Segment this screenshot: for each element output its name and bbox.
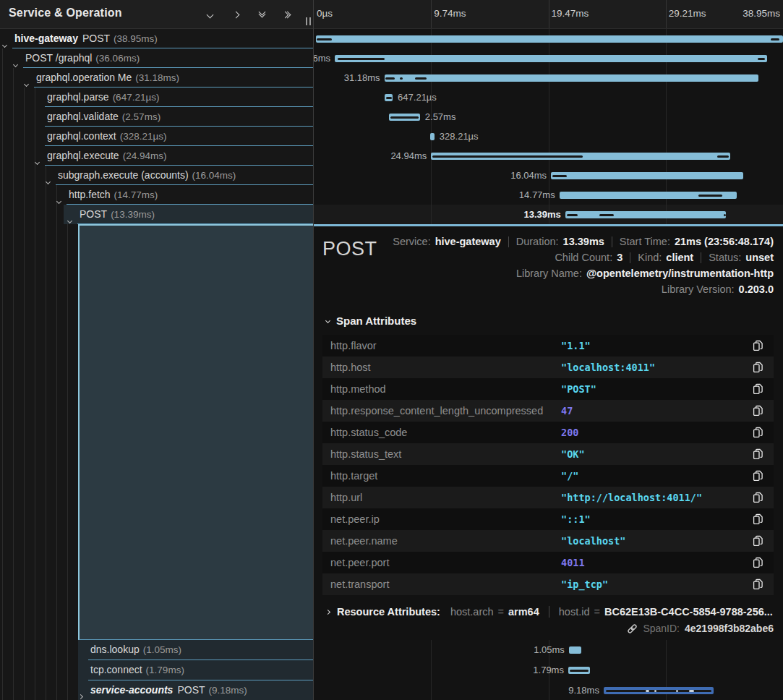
bar-child-mark: [432, 155, 583, 158]
span-tree-row[interactable]: graphql.validate(2.57ms): [0, 107, 314, 127]
span-duration-bar[interactable]: [565, 211, 726, 218]
span-duration-bar[interactable]: [569, 646, 581, 654]
span-duration-bar[interactable]: [430, 133, 434, 140]
span-name-label: subgraph.execute (accounts)(16.04ms): [58, 169, 236, 181]
span-name-label: graphql.validate(2.57ms): [47, 111, 161, 122]
span-bar-row[interactable]: 647.21µs: [314, 88, 783, 107]
copy-icon[interactable]: [753, 383, 764, 395]
attribute-row: http.host"localhost:4011": [322, 357, 774, 378]
span-tree-row[interactable]: service-accountsPOST(9.18ms): [0, 680, 314, 700]
copy-icon[interactable]: [753, 448, 764, 460]
span-id-label: SpanID:: [643, 623, 680, 634]
bar-duration-label: 31.18ms: [344, 72, 380, 83]
bar-child-mark: [606, 690, 712, 692]
span-tree-row[interactable]: http.fetch(14.77ms): [0, 185, 314, 205]
tree-header-icons: [205, 0, 293, 29]
resource-key: host.id: [559, 606, 590, 618]
resource-key: host.arch: [450, 606, 494, 618]
span-bar-row[interactable]: 9.18ms: [314, 680, 783, 700]
timeline-gridline: [431, 166, 432, 185]
chevron-down-icon[interactable]: [68, 213, 72, 226]
attribute-key: http.host: [330, 362, 371, 373]
ruler-tick-label: 0µs: [317, 8, 333, 19]
collapse-all-icon[interactable]: [257, 9, 267, 20]
chevron-right-icon[interactable]: [79, 688, 82, 700]
bar-child-mark: [646, 690, 649, 692]
span-duration-bar[interactable]: [316, 35, 783, 43]
span-tree-row[interactable]: POST(13.39ms): [0, 205, 314, 224]
span-tree-row[interactable]: POST /graphql(36.06ms): [0, 48, 314, 68]
span-tree-row[interactable]: graphql.context(328.21µs): [0, 127, 314, 146]
span-name-label: graphql.execute(24.94ms): [47, 150, 166, 161]
attribute-value: "OK": [561, 448, 585, 460]
timeline-gridline: [666, 107, 667, 127]
span-name-label: hive-gatewayPOST(38.95ms): [14, 33, 158, 44]
copy-icon[interactable]: [753, 579, 764, 590]
attribute-key: net.peer.ip: [330, 513, 380, 525]
span-tree-row[interactable]: subgraph.execute (accounts)(16.04ms): [0, 166, 314, 185]
copy-icon[interactable]: [753, 362, 764, 373]
bar-child-mark: [415, 77, 427, 80]
span-bar-row[interactable]: 38.95ms: [314, 29, 783, 48]
ruler-tick-label: 29.21ms: [669, 8, 706, 19]
bar-child-mark: [567, 214, 578, 216]
copy-icon[interactable]: [753, 470, 764, 482]
bar-duration-label: 647.21µs: [398, 92, 437, 103]
meta-label: Child Count:: [555, 252, 612, 263]
span-detail-panel: POST Service:hive-gatewayDuration:13.39m…: [314, 224, 783, 640]
span-tree-row[interactable]: hive-gatewayPOST(38.95ms): [0, 29, 314, 48]
span-bar-row[interactable]: 1.05ms: [314, 640, 783, 660]
span-bar-row[interactable]: 13.39ms: [314, 205, 783, 224]
panel-resize-handle[interactable]: [306, 17, 311, 25]
span-duration-bar[interactable]: [551, 172, 743, 179]
detail-meta-line: Library Version:0.203.0: [393, 281, 774, 297]
attribute-value: "http://localhost:4011/": [561, 492, 702, 503]
bar-child-mark: [390, 116, 419, 119]
meta-separator: [508, 236, 509, 247]
meta-label: Duration:: [516, 236, 559, 247]
span-bar-row[interactable]: 16.04ms: [314, 166, 783, 185]
link-icon[interactable]: [627, 623, 638, 634]
copy-icon[interactable]: [753, 492, 764, 503]
span-tree-row[interactable]: tcp.connect(1.79ms): [0, 660, 314, 680]
resource-value: arm64: [508, 606, 539, 618]
span-bar-row[interactable]: 328.21µs: [314, 127, 783, 146]
span-tree-row[interactable]: graphql.operation Me(31.18ms): [0, 68, 314, 88]
attribute-key: http.url: [330, 492, 362, 503]
copy-icon[interactable]: [753, 405, 764, 417]
span-attributes-toggle[interactable]: Span Attributes: [326, 313, 774, 328]
copy-icon[interactable]: [753, 557, 764, 568]
timeline-gridline: [431, 185, 432, 205]
copy-icon[interactable]: [753, 513, 764, 525]
span-bar-row[interactable]: 24.94ms: [314, 146, 783, 166]
copy-icon[interactable]: [753, 427, 764, 438]
span-detail-meta: Service:hive-gatewayDuration:13.39msStar…: [393, 234, 774, 297]
span-tree-row[interactable]: graphql.execute(24.94ms): [0, 146, 314, 166]
ruler-tick-line: [549, 0, 549, 28]
bar-child-mark: [317, 38, 332, 40]
bar-child-mark: [386, 97, 392, 99]
span-duration-bar[interactable]: [385, 74, 758, 82]
resource-attributes-row[interactable]: Resource Attributes: host.arch=arm64host…: [322, 606, 774, 618]
span-tree-panel: Service & Operation hive-gatewayPOST(38.…: [0, 0, 314, 700]
span-duration-bar[interactable]: [335, 55, 767, 62]
attribute-value: "/": [561, 470, 578, 482]
ruler-tick-line: [666, 0, 667, 28]
attribute-value: 47: [561, 405, 573, 417]
attribute-value: "::1": [561, 513, 591, 525]
span-bar-row[interactable]: 1.79ms: [314, 660, 783, 680]
ruler-tick-label: 19.47ms: [552, 8, 589, 19]
span-bar-row[interactable]: 2.57ms: [314, 107, 783, 127]
span-bar-row[interactable]: 36.06ms: [314, 48, 783, 68]
expand-one-icon[interactable]: [231, 9, 241, 20]
copy-icon[interactable]: [753, 340, 764, 351]
timeline-gridline: [549, 127, 549, 146]
span-tree-row[interactable]: dns.lookup(1.05ms): [0, 640, 314, 660]
span-bar-row[interactable]: 14.77ms: [314, 185, 783, 205]
span-tree-row[interactable]: graphql.parse(647.21µs): [0, 88, 314, 107]
collapse-one-icon[interactable]: [205, 9, 215, 20]
copy-icon[interactable]: [753, 535, 764, 547]
span-name-label: service-accountsPOST(9.18ms): [90, 684, 247, 696]
expand-all-icon[interactable]: [283, 9, 293, 20]
span-bar-row[interactable]: 31.18ms: [314, 68, 783, 88]
